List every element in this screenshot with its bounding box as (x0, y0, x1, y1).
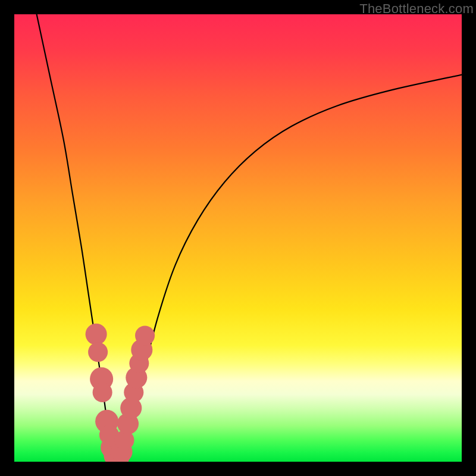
chart-frame: TheBottleneck.com (0, 0, 476, 476)
cluster-point (93, 383, 112, 402)
cluster-point (88, 342, 108, 362)
plot-area (14, 14, 462, 462)
chart-svg (14, 14, 462, 462)
cluster-point (86, 324, 107, 345)
watermark-text: TheBottleneck.com (359, 1, 474, 17)
cluster-point (135, 325, 155, 345)
